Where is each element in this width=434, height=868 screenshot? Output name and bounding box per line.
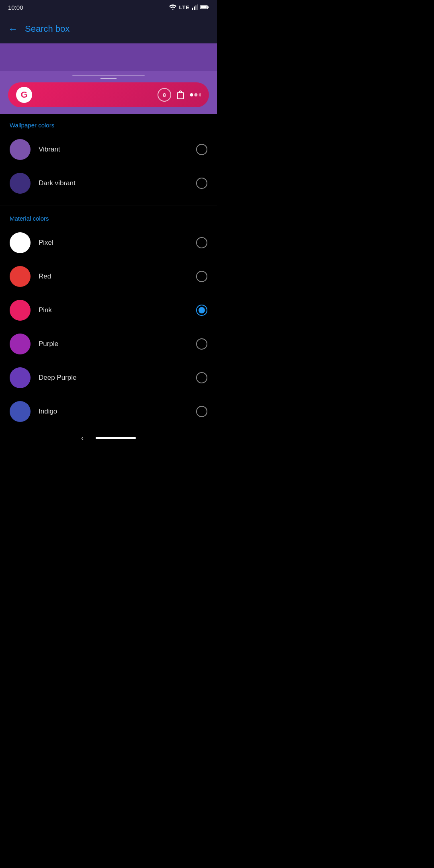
- red-label: Red: [39, 272, 196, 280]
- color-option-deep-purple[interactable]: Deep Purple: [8, 361, 209, 395]
- svg-rect-1: [194, 6, 195, 10]
- purple-label: Purple: [39, 340, 196, 348]
- svg-rect-6: [201, 6, 207, 8]
- wallpaper-colors-section: Wallpaper colors Vibrant Dark vibrant: [0, 114, 217, 203]
- deep-purple-radio[interactable]: [196, 372, 207, 383]
- indigo-radio[interactable]: [196, 406, 207, 417]
- preview-dash: [100, 78, 117, 79]
- purple-radio[interactable]: [196, 338, 207, 350]
- material-colors-title: Material colors: [8, 215, 209, 222]
- wallpaper-colors-title: Wallpaper colors: [8, 122, 209, 129]
- vibrant-radio[interactable]: [196, 144, 207, 155]
- indigo-label: Indigo: [39, 407, 196, 416]
- google-g-icon: G: [16, 87, 32, 103]
- page-title: Search box: [25, 24, 70, 34]
- pixel-label: Pixel: [39, 239, 196, 247]
- indigo-color-circle: [10, 401, 31, 422]
- top-bar: ← Search box: [0, 14, 217, 43]
- svg-rect-0: [192, 8, 193, 10]
- wifi-icon: [169, 4, 176, 10]
- pink-radio-inner: [199, 307, 205, 313]
- pink-label: Pink: [39, 306, 196, 314]
- color-option-dark-vibrant[interactable]: Dark vibrant: [8, 166, 209, 200]
- nav-home-pill[interactable]: [96, 437, 136, 439]
- color-option-purple[interactable]: Purple: [8, 327, 209, 361]
- search-pill[interactable]: G 8: [8, 82, 209, 107]
- dots-icon[interactable]: [190, 91, 201, 99]
- preview-line: [72, 75, 145, 76]
- shopping-icon[interactable]: [175, 90, 186, 100]
- material-colors-section: Material colors Pixel Red Pink Purple De…: [0, 207, 217, 428]
- back-button[interactable]: ←: [8, 23, 18, 35]
- vibrant-label: Vibrant: [39, 145, 196, 154]
- color-option-pixel[interactable]: Pixel: [8, 226, 209, 260]
- nav-bar: ‹: [0, 428, 217, 448]
- status-icons: LTE: [169, 4, 209, 10]
- red-color-circle: [10, 266, 31, 287]
- dark-vibrant-color-circle: [10, 173, 31, 194]
- preview-area: G 8: [0, 43, 217, 114]
- deep-purple-label: Deep Purple: [39, 374, 196, 382]
- deep-purple-color-circle: [10, 367, 31, 388]
- purple-color-circle: [10, 334, 31, 354]
- search-bar-preview: G 8: [0, 71, 217, 114]
- color-option-pink[interactable]: Pink: [8, 293, 209, 327]
- pink-color-circle: [10, 300, 31, 321]
- svg-point-8: [194, 93, 198, 96]
- status-bar: 10:00 LTE: [0, 0, 217, 14]
- color-option-red[interactable]: Red: [8, 260, 209, 293]
- svg-rect-3: [197, 4, 198, 10]
- svg-rect-2: [195, 5, 197, 10]
- pixel-radio[interactable]: [196, 237, 207, 248]
- timer-icon[interactable]: 8: [158, 88, 171, 102]
- section-divider: [0, 205, 217, 205]
- lte-label: LTE: [179, 4, 190, 10]
- vibrant-color-circle: [10, 139, 31, 160]
- color-option-vibrant[interactable]: Vibrant: [8, 133, 209, 166]
- pill-action-icons: 8: [158, 88, 201, 102]
- status-time: 10:00: [8, 4, 23, 11]
- red-radio[interactable]: [196, 271, 207, 282]
- svg-rect-5: [208, 6, 209, 8]
- pixel-color-circle: [10, 232, 31, 253]
- svg-point-7: [190, 93, 193, 96]
- svg-point-9: [199, 93, 201, 96]
- dark-vibrant-radio[interactable]: [196, 178, 207, 189]
- signal-icon: [192, 4, 198, 10]
- color-option-indigo[interactable]: Indigo: [8, 395, 209, 425]
- battery-icon: [200, 5, 209, 10]
- pink-radio[interactable]: [196, 305, 207, 316]
- dark-vibrant-label: Dark vibrant: [39, 179, 196, 187]
- nav-back-button[interactable]: ‹: [81, 433, 84, 442]
